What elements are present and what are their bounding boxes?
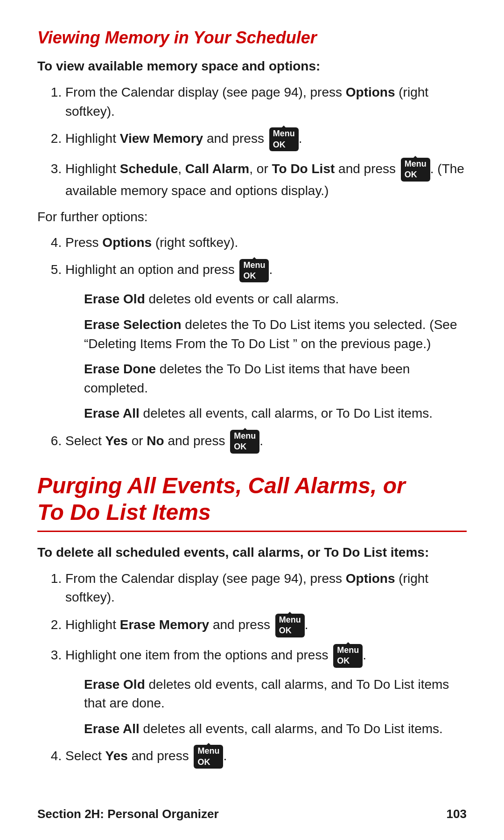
step5-text: Highlight an option and press MenuOK. [65,262,273,277]
s2-step-1: From the Calendar display (see page 94),… [65,569,467,607]
option-erase-old-label: Erase Old [84,292,145,306]
section-label: Section 2H: Personal Organizer [37,807,219,821]
section1-options: Erase Old deletes old events or call ala… [84,290,467,423]
section2-step4-list: Select Yes and press MenuOK. [65,745,467,769]
s2-step2-bold: Erase Memory [120,617,209,632]
section2-subheading: To delete all scheduled events, call ala… [37,545,467,560]
step2-text: Highlight View Memory and press MenuOK. [65,131,302,146]
option-erase-selection-label: Erase Selection [84,317,182,332]
option-erase-done-label: Erase Done [84,362,156,376]
section1-step6-list: Select Yes or No and press MenuOK. [65,430,467,454]
option-erase-all: Erase All deletes all events, call alarm… [84,404,467,423]
for-further-para: For further options: [37,208,467,227]
page-number: 103 [447,807,467,821]
section2-options: Erase Old deletes old events, call alarm… [84,675,467,739]
s2-step-2: Highlight Erase Memory and press MenuOK. [65,614,467,637]
red-divider [37,531,467,532]
section1: Viewing Memory in Your Scheduler To view… [37,28,467,454]
option-erase-old: Erase Old deletes old events or call ala… [84,290,467,309]
step4-bold: Options [102,235,152,250]
step1-bold: Options [346,85,395,99]
step1-text: From the Calendar display (see page 94),… [65,85,428,119]
option-erase-done: Erase Done deletes the To Do List items … [84,360,467,398]
page-footer: Section 2H: Personal Organizer 103 [37,807,467,821]
s2-step1-bold: Options [346,571,395,586]
step2-bold: View Memory [120,131,203,146]
menu-ok-icon-2: MenuOK [401,158,430,182]
step6-bold1: Yes [105,434,128,448]
s2-step-3: Highlight one item from the options and … [65,644,467,668]
option-erase-selection: Erase Selection deletes the To Do List i… [84,315,467,353]
section2-title: Purging All Events, Call Alarms, or To D… [37,472,467,526]
section1-steps2: Press Options (right softkey). Highlight… [65,233,467,282]
s2-option-erase-old-label: Erase Old [84,677,145,692]
step3-bold2: Call Alarm [185,161,249,176]
page-content: Viewing Memory in Your Scheduler To view… [0,0,504,823]
option-erase-all-label: Erase All [84,406,140,420]
section1-steps: From the Calendar display (see page 94),… [65,83,467,200]
step6-text: Select Yes or No and press MenuOK. [65,434,263,448]
s2-step1-text: From the Calendar display (see page 94),… [65,571,428,605]
menu-ok-icon-1: MenuOK [269,127,299,151]
s2-step4-text: Select Yes and press MenuOK. [65,749,227,763]
menu-ok-icon-4: MenuOK [230,430,259,454]
s2-option-erase-all-label: Erase All [84,721,140,736]
section1-title: Viewing Memory in Your Scheduler [37,28,467,48]
step-4: Press Options (right softkey). [65,233,467,252]
step3-text: Highlight Schedule, Call Alarm, or To Do… [65,161,464,198]
step-6: Select Yes or No and press MenuOK. [65,430,467,454]
step3-bold1: Schedule [120,161,178,176]
step-3: Highlight Schedule, Call Alarm, or To Do… [65,158,467,200]
step-2: Highlight View Memory and press MenuOK. [65,127,467,151]
step-5: Highlight an option and press MenuOK. [65,259,467,283]
s2-step4-bold: Yes [105,749,128,763]
section1-subheading: To view available memory space and optio… [37,59,467,74]
s2-step2-text: Highlight Erase Memory and press MenuOK. [65,617,308,632]
menu-ok-icon-3: MenuOK [239,259,269,283]
menu-ok-icon-5: MenuOK [275,614,305,637]
s2-step3-text: Highlight one item from the options and … [65,648,366,662]
section2-steps: From the Calendar display (see page 94),… [65,569,467,668]
s2-option-erase-all: Erase All deletes all events, call alarm… [84,720,467,739]
step6-bold2: No [147,434,164,448]
s2-option-erase-old: Erase Old deletes old events, call alarm… [84,675,467,713]
menu-ok-icon-7: MenuOK [194,745,223,769]
s2-step-4: Select Yes and press MenuOK. [65,745,467,769]
menu-ok-icon-6: MenuOK [333,644,363,668]
step-1: From the Calendar display (see page 94),… [65,83,467,121]
section2: Purging All Events, Call Alarms, or To D… [37,472,467,769]
step3-bold3: To Do List [272,161,335,176]
step4-text: Press Options (right softkey). [65,235,238,250]
